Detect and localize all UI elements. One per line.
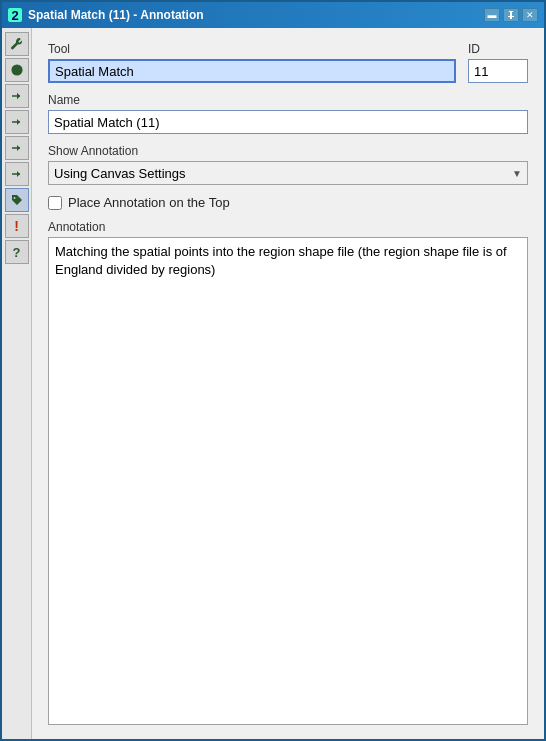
svg-marker-6: [17, 93, 20, 99]
place-annotation-row: Place Annotation on the Top: [48, 195, 528, 210]
sidebar-btn-arrow3[interactable]: [5, 136, 29, 160]
title-bar-controls: ▬ ✕: [484, 8, 538, 22]
name-label: Name: [48, 93, 528, 107]
annotation-section: Annotation Matching the spatial points i…: [48, 220, 528, 725]
sidebar-btn-question[interactable]: ?: [5, 240, 29, 264]
show-annotation-field-group: Show Annotation Using Canvas Settings Al…: [48, 144, 528, 185]
sidebar-btn-arrow2[interactable]: [5, 110, 29, 134]
title-bar: 2 Spatial Match (11) - Annotation ▬ ✕: [2, 2, 544, 28]
minimize-button[interactable]: ▬: [484, 8, 500, 22]
svg-marker-7: [17, 119, 20, 125]
svg-rect-1: [510, 12, 512, 16]
tool-label: Tool: [48, 42, 456, 56]
pin-button[interactable]: [503, 8, 519, 22]
svg-rect-0: [509, 11, 513, 12]
place-annotation-label[interactable]: Place Annotation on the Top: [68, 195, 230, 210]
tool-id-row: Tool ID: [48, 42, 528, 83]
tool-field-group: Tool: [48, 42, 456, 83]
sidebar-btn-arrow1[interactable]: [5, 84, 29, 108]
name-input[interactable]: [48, 110, 528, 134]
close-button[interactable]: ✕: [522, 8, 538, 22]
sidebar-btn-arrow4[interactable]: [5, 162, 29, 186]
sidebar-btn-wrench[interactable]: [5, 32, 29, 56]
annotation-label: Annotation: [48, 220, 528, 234]
place-annotation-checkbox[interactable]: [48, 196, 62, 210]
form-content: Tool ID Name Show Annotation Using Canva…: [32, 28, 544, 739]
svg-point-5: [15, 68, 19, 72]
svg-marker-8: [17, 145, 20, 151]
show-annotation-label: Show Annotation: [48, 144, 528, 158]
sidebar-btn-tag[interactable]: [5, 188, 29, 212]
window-title: Spatial Match (11) - Annotation: [28, 8, 478, 22]
main-window: 2 Spatial Match (11) - Annotation ▬ ✕: [0, 0, 546, 741]
id-field-group: ID: [468, 42, 528, 83]
show-annotation-select-wrapper: Using Canvas Settings Always Show Never …: [48, 161, 528, 185]
app-icon: 2: [8, 8, 22, 22]
window-body: ! ? Tool ID Name Sho: [2, 28, 544, 739]
svg-rect-2: [508, 16, 514, 17]
id-input[interactable]: [468, 59, 528, 83]
sidebar-btn-exclamation[interactable]: !: [5, 214, 29, 238]
id-label: ID: [468, 42, 528, 56]
sidebar: ! ?: [2, 28, 32, 739]
svg-rect-3: [510, 17, 512, 19]
svg-marker-9: [17, 171, 20, 177]
tool-input[interactable]: [48, 59, 456, 83]
show-annotation-select[interactable]: Using Canvas Settings Always Show Never …: [48, 161, 528, 185]
sidebar-btn-cursor[interactable]: [5, 58, 29, 82]
name-field-group: Name: [48, 93, 528, 134]
annotation-textarea[interactable]: Matching the spatial points into the reg…: [48, 237, 528, 725]
